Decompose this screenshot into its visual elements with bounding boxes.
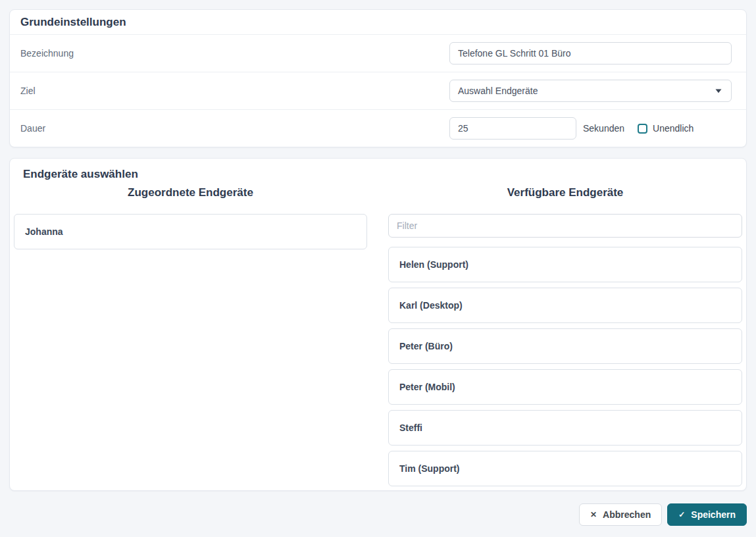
device-name: Peter (Mobil) [399, 382, 455, 392]
dauer-control: Sekunden Unendlich [449, 117, 732, 140]
dauer-label: Dauer [20, 123, 45, 134]
row-bezeichnung: Bezeichnung [10, 35, 746, 72]
available-devices-column: Verfügbare Endgeräte Helen (Support) Kar… [388, 185, 742, 486]
dauer-input[interactable] [449, 117, 576, 140]
bezeichnung-control [449, 42, 732, 64]
dauer-unit-label: Sekunden [583, 123, 624, 134]
bezeichnung-label: Bezeichnung [20, 48, 74, 59]
ziel-select[interactable]: Auswahl Endgeräte [449, 80, 732, 102]
ziel-label: Ziel [20, 86, 36, 96]
assigned-devices-list: Johanna [14, 214, 367, 249]
assigned-devices-header: Zugeordnete Endgeräte [14, 186, 367, 199]
assigned-devices-column: Zugeordnete Endgeräte Johanna [14, 185, 367, 486]
save-button-label: Speichern [691, 509, 736, 520]
available-device-item[interactable]: Peter (Mobil) [388, 369, 742, 405]
page: Grundeinstellungen Bezeichnung Ziel Ausw… [0, 0, 756, 526]
basic-settings-title: Grundeinstellungen [10, 10, 746, 35]
bezeichnung-input[interactable] [449, 42, 732, 64]
device-filter-input[interactable] [388, 214, 742, 238]
unendlich-label: Unendlich [653, 123, 693, 134]
device-name: Tim (Support) [399, 463, 460, 474]
available-device-item[interactable]: Helen (Support) [388, 247, 742, 282]
device-name: Steffi [399, 422, 422, 433]
row-ziel: Ziel Auswahl Endgeräte [10, 72, 746, 110]
device-name: Karl (Desktop) [399, 300, 463, 311]
available-devices-list: Helen (Support) Karl (Desktop) Peter (Bü… [388, 247, 742, 486]
device-name: Johanna [25, 226, 63, 237]
available-device-item[interactable]: Tim (Support) [388, 451, 742, 486]
chevron-down-icon [715, 89, 722, 93]
row-dauer: Dauer Sekunden Unendlich [10, 110, 746, 147]
ziel-control: Auswahl Endgeräte [449, 80, 732, 102]
cancel-button-label: Abbrechen [603, 509, 651, 520]
basic-settings-card: Grundeinstellungen Bezeichnung Ziel Ausw… [9, 9, 747, 147]
cancel-button[interactable]: ✕ Abbrechen [579, 503, 662, 526]
save-button[interactable]: ✓ Speichern [667, 503, 747, 526]
unendlich-checkbox[interactable] [638, 124, 647, 134]
assigned-device-item[interactable]: Johanna [14, 214, 367, 249]
device-columns: Zugeordnete Endgeräte Johanna Verfügbare… [10, 185, 746, 486]
available-device-item[interactable]: Steffi [388, 410, 742, 446]
available-devices-header: Verfügbare Endgeräte [388, 186, 742, 199]
close-icon: ✕ [590, 511, 597, 519]
check-icon: ✓ [678, 511, 685, 519]
device-selection-card: Endgeräte auswählen Zugeordnete Endgerät… [9, 158, 747, 491]
ziel-selected-value: Auswahl Endgeräte [458, 86, 538, 96]
available-device-item[interactable]: Peter (Büro) [388, 328, 742, 364]
available-device-item[interactable]: Karl (Desktop) [388, 288, 742, 323]
device-selection-title: Endgeräte auswählen [10, 159, 746, 185]
device-name: Helen (Support) [399, 259, 468, 270]
device-name: Peter (Büro) [399, 341, 453, 351]
action-bar: ✕ Abbrechen ✓ Speichern [9, 503, 747, 526]
